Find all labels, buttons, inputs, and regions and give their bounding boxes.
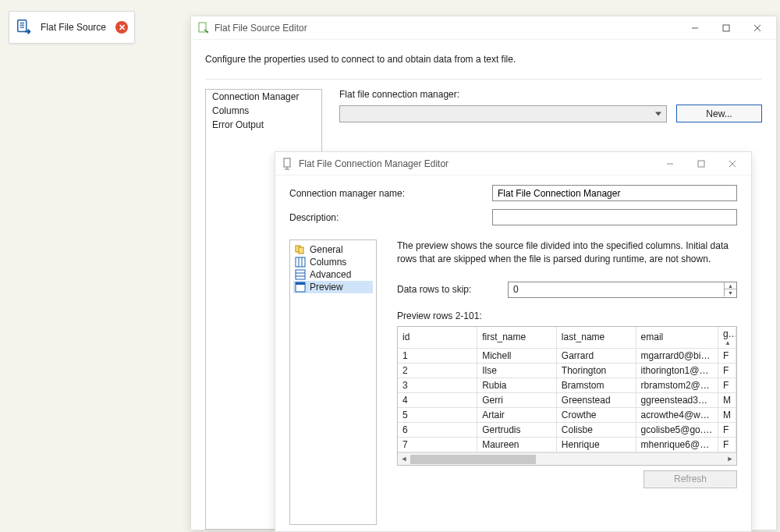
connection-manager-dropdown[interactable] <box>339 105 667 122</box>
window-title: Flat File Connection Manager Editor <box>299 158 654 169</box>
connection-manager-label: Flat file connection manager: <box>339 89 459 100</box>
maximize-button[interactable] <box>711 17 742 39</box>
nav-item-columns[interactable]: Columns <box>293 256 373 268</box>
svg-rect-19 <box>299 247 303 254</box>
table-row[interactable]: 6GertrudisColisbegcolisbe5@go.comF <box>398 422 736 437</box>
editor-description: Configure the properties used to connect… <box>205 54 762 65</box>
document-icon <box>197 22 210 34</box>
col-header-last-name[interactable]: last_name <box>556 327 636 349</box>
preview-grid[interactable]: id first_name last_name email ge▲ 1Miche… <box>397 326 737 466</box>
table-row[interactable]: 1MichellGarrardmgarrard0@bible...F <box>398 348 736 363</box>
preview-icon <box>295 282 306 293</box>
new-button[interactable]: New... <box>676 105 762 122</box>
scroll-right-icon[interactable]: ► <box>724 453 736 465</box>
flat-file-source-node[interactable]: Flat File Source ✕ <box>9 11 135 44</box>
titlebar[interactable]: Flat File Connection Manager Editor <box>275 152 751 176</box>
window-title: Flat File Source Editor <box>214 23 679 34</box>
skip-rows-label: Data rows to skip: <box>397 284 498 295</box>
grid-header-row: id first_name last_name email ge▲ <box>398 327 736 349</box>
nav-item-preview[interactable]: Preview <box>293 281 373 293</box>
minimize-button[interactable] <box>654 153 686 175</box>
table-row[interactable]: 5ArtairCrowtheacrowthe4@weib...M <box>398 407 736 422</box>
sort-up-icon: ▲ <box>725 339 731 346</box>
col-header-id[interactable]: id <box>398 327 477 349</box>
svg-rect-20 <box>296 257 305 267</box>
horizontal-scrollbar[interactable]: ◄ ► <box>398 452 736 465</box>
col-header-gender[interactable]: ge▲ <box>718 327 736 349</box>
svg-rect-0 <box>18 20 27 32</box>
table-row[interactable]: 7MaureenHenriquemhenrique6@slid...F <box>398 437 736 452</box>
table-row[interactable]: 3RubiaBramstomrbramstom2@alte...F <box>398 378 736 392</box>
nav-item-columns[interactable]: Columns <box>206 104 321 118</box>
skip-rows-input[interactable]: 0 ▲▼ <box>508 282 737 298</box>
table-row[interactable]: 4GerriGreensteadggreenstead3@p...M <box>398 392 736 407</box>
description-label: Description: <box>289 212 492 223</box>
columns-icon <box>295 257 306 268</box>
minimize-button[interactable] <box>679 17 711 39</box>
refresh-button[interactable]: Refresh <box>644 470 737 488</box>
general-icon <box>295 244 306 255</box>
svg-rect-15 <box>698 161 704 167</box>
advanced-icon <box>295 269 306 280</box>
nav-item-advanced[interactable]: Advanced <box>293 268 373 281</box>
nav-item-connection-manager[interactable]: Connection Manager <box>206 90 321 104</box>
document-arrow-icon <box>16 19 33 36</box>
col-header-first-name[interactable]: first_name <box>477 327 557 349</box>
spinner-down-icon: ▼ <box>725 289 736 296</box>
cm-nav: General Columns Advanced <box>289 239 377 525</box>
close-button[interactable] <box>717 153 748 175</box>
scroll-left-icon[interactable]: ◄ <box>398 453 410 465</box>
svg-rect-27 <box>296 282 305 285</box>
connection-manager-editor-window: Flat File Connection Manager Editor Conn… <box>275 151 752 532</box>
connection-name-label: Connection manager name: <box>289 188 492 199</box>
spinner-up-icon: ▲ <box>725 282 736 289</box>
error-badge-icon: ✕ <box>115 21 128 34</box>
titlebar[interactable]: Flat File Source Editor <box>191 16 776 40</box>
component-label: Flat File Source <box>41 22 109 33</box>
table-row[interactable]: 2IlseThoringtonithorington1@col...F <box>398 363 736 378</box>
connection-name-input[interactable] <box>492 185 737 201</box>
svg-rect-9 <box>723 25 729 31</box>
svg-rect-12 <box>284 158 290 167</box>
nav-item-error-output[interactable]: Error Output <box>206 118 321 132</box>
svg-rect-23 <box>296 270 305 279</box>
svg-point-7 <box>207 30 208 32</box>
description-input[interactable] <box>492 209 737 225</box>
preview-description: The preview shows the source file divide… <box>397 239 737 266</box>
connection-icon <box>282 158 294 170</box>
col-header-email[interactable]: email <box>636 327 718 349</box>
nav-item-general[interactable]: General <box>293 243 373 256</box>
maximize-button[interactable] <box>686 153 717 175</box>
preview-rows-label: Preview rows 2-101: <box>397 310 737 321</box>
close-button[interactable] <box>742 17 773 39</box>
